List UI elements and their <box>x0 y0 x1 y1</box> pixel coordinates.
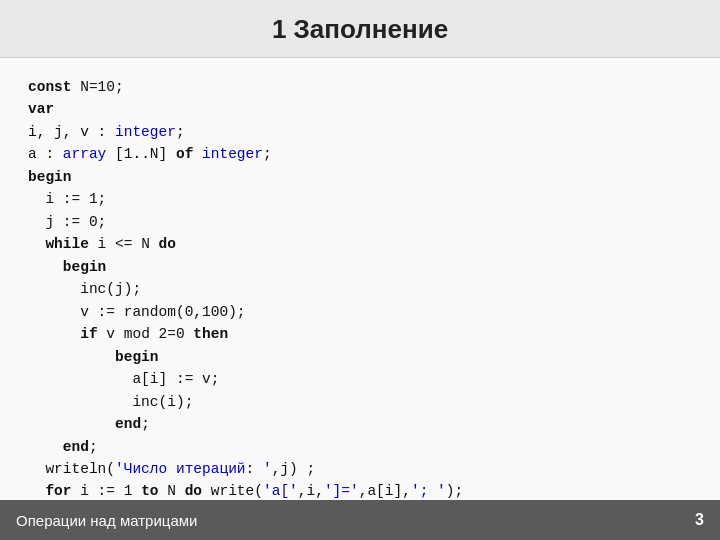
footer-label: Операции над матрицами <box>16 512 197 529</box>
code-block: const N=10; var i, j, v : integer; a : a… <box>28 76 692 518</box>
slide-number: 3 <box>695 511 704 529</box>
slide-title: 1 Заполнение <box>0 14 720 45</box>
code-area: const N=10; var i, j, v : integer; a : a… <box>0 58 720 518</box>
footer-bar: Операции над матрицами 3 <box>0 500 720 540</box>
slide-header: 1 Заполнение <box>0 0 720 58</box>
